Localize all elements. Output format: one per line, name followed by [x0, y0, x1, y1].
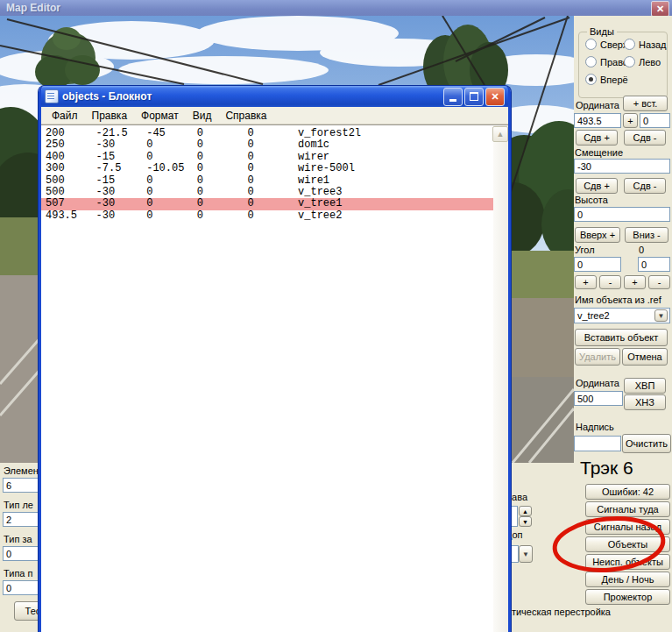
- track-title: Трэк 6: [580, 458, 633, 479]
- cancel-button[interactable]: Отмена: [622, 348, 668, 366]
- shift-plus-button-1[interactable]: Сдв +: [576, 130, 618, 146]
- caption-input[interactable]: [574, 436, 621, 451]
- menu-format[interactable]: Формат: [134, 110, 186, 122]
- xnz-button[interactable]: ХНЗ: [624, 394, 666, 410]
- unused-objects-button[interactable]: Неисп. объекты: [585, 554, 670, 570]
- offset-input[interactable]: [574, 159, 670, 174]
- radio-view-forward[interactable]: Вперё: [585, 74, 628, 85]
- map-editor-window: Map Editor ✕: [0, 0, 672, 632]
- angle-plus-button-2[interactable]: +: [624, 275, 646, 289]
- ordinata2-input[interactable]: [574, 391, 623, 406]
- text-row: 493.5-30000v_tree2: [41, 210, 493, 222]
- close-icon[interactable]: ✕: [485, 88, 505, 106]
- signals-back-button[interactable]: Сигналы назад: [585, 519, 670, 535]
- shift-minus-button-2[interactable]: Сдв -: [624, 178, 666, 194]
- caption-label: Надпись: [576, 422, 614, 432]
- spinner-down-icon[interactable]: ▼: [519, 516, 532, 527]
- text-row: 500-30000v_tree3: [41, 187, 493, 198]
- shift-minus-button-1[interactable]: Сдв -: [624, 130, 666, 146]
- radio-view-right[interactable]: Правс: [585, 56, 627, 67]
- left-field-label-2: Тип ле: [4, 500, 33, 510]
- radio-icon: [585, 39, 597, 50]
- close-icon[interactable]: ✕: [651, 1, 669, 17]
- chevron-down-icon[interactable]: ▼: [519, 545, 533, 563]
- notepad-rows: 200-21.5-4500v_forest2l250-30000dom1c400…: [41, 128, 493, 222]
- menu-edit[interactable]: Правка: [85, 110, 135, 122]
- ordinata-step-input[interactable]: [640, 113, 670, 128]
- notepad-icon: [45, 89, 59, 103]
- spinner-up-icon[interactable]: ▲: [519, 506, 532, 516]
- object-name-combobox[interactable]: v_tree2 ▼: [574, 308, 670, 323]
- ordinata-label: Ордината: [576, 100, 619, 110]
- radio-view-left[interactable]: Лево: [624, 56, 661, 67]
- menu-file[interactable]: Файл: [45, 110, 85, 122]
- angle-label: Угол: [575, 245, 595, 255]
- menu-view[interactable]: Вид: [186, 110, 219, 122]
- height-label: Высота: [575, 195, 608, 205]
- text-row: 250-30000dom1c: [41, 139, 493, 151]
- radio-icon: [624, 56, 635, 67]
- notepad-window: objects - Блокнот ✕ Файл Правка Формат В…: [39, 86, 511, 632]
- text-row: 507-30000v_tree1: [41, 198, 493, 209]
- angle-input-1[interactable]: [574, 257, 621, 272]
- delete-button[interactable]: Удалить: [575, 348, 620, 366]
- down-button[interactable]: Вниз -: [625, 227, 668, 243]
- day-night-button[interactable]: День / Ночь: [585, 572, 670, 587]
- text-row: 200-21.5-4500v_forest2l: [41, 128, 493, 139]
- scroll-up-icon[interactable]: ▲: [492, 126, 508, 142]
- angle-input-2[interactable]: [638, 257, 670, 272]
- notepad-title: objects - Блокнот: [62, 90, 442, 103]
- radio-icon: [624, 39, 635, 50]
- angle-minus-button-1[interactable]: -: [599, 275, 621, 289]
- spotlight-button[interactable]: Прожектор: [585, 589, 670, 605]
- radio-icon: [585, 74, 597, 85]
- angle-plus-button-1[interactable]: +: [575, 275, 597, 289]
- height-input[interactable]: [574, 207, 670, 222]
- notepad-menu-bar: Файл Правка Формат Вид Справка: [41, 107, 508, 124]
- main-window-title: Map Editor: [6, 2, 60, 14]
- angle-readout: 0: [639, 245, 644, 255]
- radio-view-back[interactable]: Назад: [624, 39, 667, 50]
- text-row: 500-15000wire1: [41, 175, 493, 187]
- radio-view-top[interactable]: Сверх: [585, 39, 627, 50]
- minimize-icon[interactable]: [443, 88, 463, 106]
- chevron-down-icon[interactable]: ▼: [654, 309, 668, 322]
- signals-forward-button[interactable]: Сигналы туда: [585, 501, 670, 517]
- left-field-label-4: Типа п: [4, 568, 32, 579]
- main-title-bar: Map Editor: [0, 0, 672, 16]
- object-name-label: Имя объекта из .ref: [575, 295, 661, 305]
- angle-minus-button-2[interactable]: -: [648, 275, 670, 289]
- text-row: 300-7.5-10.0500wire-500l: [41, 163, 493, 174]
- notepad-title-bar[interactable]: objects - Блокнот ✕: [41, 86, 508, 107]
- insert-object-button[interactable]: Вставить объект: [575, 329, 668, 346]
- offset-label: Смещение: [575, 147, 623, 158]
- ordinata-plus-button[interactable]: +: [623, 113, 638, 128]
- insert-at-button[interactable]: + вст.: [623, 96, 668, 111]
- notepad-text-area[interactable]: 200-21.5-4500v_forest2l250-30000dom1c400…: [41, 124, 508, 632]
- left-field-label-3: Тип за: [4, 534, 32, 544]
- clear-button[interactable]: Очистить: [622, 434, 671, 453]
- scrollbar[interactable]: ▲: [493, 125, 508, 632]
- xvp-button[interactable]: ХВП: [624, 378, 666, 394]
- ordinata-input[interactable]: [574, 113, 621, 128]
- menu-help[interactable]: Справка: [218, 110, 273, 122]
- errors-button[interactable]: Ошибки: 42: [585, 484, 670, 500]
- text-row: 400-15000wirer: [41, 152, 493, 163]
- ordinata2-label: Ордината: [576, 378, 619, 388]
- left-field-label-1: Элемен: [4, 465, 39, 476]
- radio-icon: [585, 56, 597, 67]
- rebuild-text: атическая перестройка: [506, 607, 611, 617]
- objects-button[interactable]: Объекты: [585, 536, 670, 552]
- up-button[interactable]: Вверх +: [575, 227, 620, 243]
- shift-plus-button-2[interactable]: Сдв +: [576, 178, 618, 194]
- views-group-label: Виды: [587, 26, 617, 37]
- maximize-icon[interactable]: [464, 88, 484, 106]
